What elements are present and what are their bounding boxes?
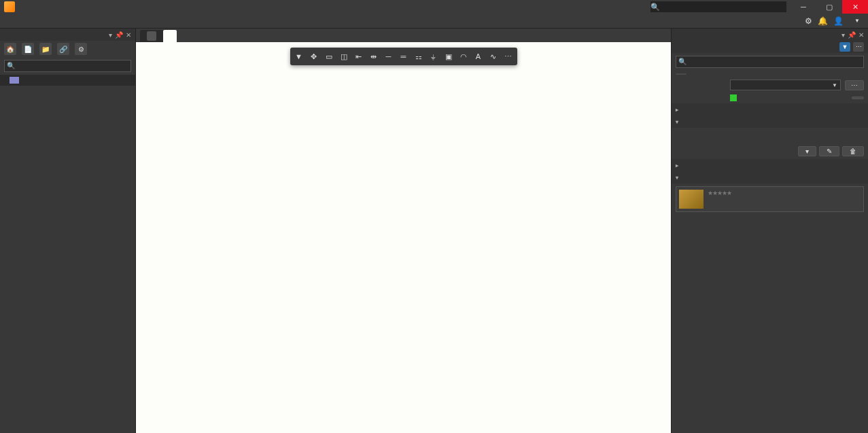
- properties-search-input[interactable]: [676, 56, 864, 68]
- home-tab[interactable]: [140, 30, 163, 42]
- document-tabs: [136, 29, 671, 42]
- user-dropdown-icon[interactable]: ▼: [854, 18, 860, 24]
- panel-close-icon[interactable]: ✕: [126, 31, 131, 39]
- select-lasso-icon[interactable]: ◫: [337, 50, 351, 63]
- panel-close-icon[interactable]: ✕: [858, 31, 864, 39]
- move-icon[interactable]: ✥: [307, 50, 321, 63]
- line-icon[interactable]: ∿: [487, 50, 500, 63]
- text-icon[interactable]: A: [472, 50, 485, 63]
- section-location[interactable]: [672, 103, 868, 116]
- schematic-svg: [136, 42, 671, 433]
- workspace-row[interactable]: [0, 75, 135, 86]
- wire-icon[interactable]: ─: [382, 50, 396, 63]
- tb-doc-icon[interactable]: 📄: [22, 43, 34, 55]
- maximize-button[interactable]: ▢: [816, 0, 842, 14]
- update-button[interactable]: [852, 97, 864, 99]
- edit-button[interactable]: ✎: [819, 146, 839, 156]
- general-tab[interactable]: [676, 73, 687, 75]
- menubar: ⚙ 🔔 👤 ▼: [0, 14, 868, 29]
- home-icon: [147, 31, 156, 41]
- projects-search-input[interactable]: [4, 60, 131, 72]
- close-button[interactable]: ✕: [842, 0, 868, 14]
- active-tab[interactable]: [163, 30, 177, 42]
- section-partchoices[interactable]: [672, 171, 868, 184]
- filter-more-icon[interactable]: ⋯: [853, 42, 864, 52]
- search-icon: 🔍: [7, 62, 15, 69]
- align-dist-icon[interactable]: ⇹: [367, 50, 381, 63]
- titlebar: 🔍 ─ ▢ ✕: [0, 0, 868, 14]
- select-rect-icon[interactable]: ▭: [322, 50, 336, 63]
- search-icon: 🔍: [650, 3, 660, 12]
- tb-settings-icon[interactable]: ⚙: [75, 43, 87, 55]
- user-icon[interactable]: 👤: [833, 16, 844, 26]
- minimize-button[interactable]: ─: [791, 0, 816, 14]
- panel-pin-icon[interactable]: 📌: [115, 31, 123, 39]
- notifications-icon[interactable]: 🔔: [818, 16, 828, 26]
- bus-icon[interactable]: ═: [397, 50, 411, 63]
- panel-menu-icon[interactable]: ▾: [109, 31, 112, 39]
- global-search-input[interactable]: [650, 1, 786, 12]
- project-tree[interactable]: [0, 86, 135, 433]
- projects-panel: ▾ 📌 ✕ 🏠 📄 📁 🔗 ⚙ 🔍: [0, 29, 136, 433]
- tb-folder-icon[interactable]: 📁: [39, 43, 52, 55]
- part-icon[interactable]: ▣: [442, 50, 455, 63]
- settings-icon[interactable]: ⚙: [805, 16, 812, 26]
- arc-icon[interactable]: ◠: [457, 50, 470, 63]
- section-parameters[interactable]: [672, 116, 868, 128]
- tb-home-icon[interactable]: 🏠: [4, 43, 16, 55]
- section-graphical[interactable]: [672, 159, 868, 171]
- schematic-canvas[interactable]: ▼ ✥ ▭ ◫ ⇤ ⇹ ─ ═ ⚏ ⏚ ▣ ◠ A ∿ ⋯: [136, 42, 671, 433]
- net-icon[interactable]: ⚏: [412, 50, 426, 63]
- more-icon[interactable]: ⋯: [502, 50, 515, 63]
- tb-connect-icon[interactable]: 🔗: [57, 43, 69, 55]
- delete-button[interactable]: 🗑: [842, 146, 864, 156]
- align-left-icon[interactable]: ⇤: [352, 50, 366, 63]
- released-icon: [730, 94, 737, 101]
- search-icon: 🔍: [678, 58, 687, 65]
- filter-funnel-icon[interactable]: ▼: [839, 42, 850, 52]
- part-thumb-icon: [679, 190, 704, 209]
- rating-stars-icon: ★★★★★: [708, 190, 731, 196]
- editor-area: ▼ ✥ ▭ ◫ ⇤ ⇹ ─ ═ ⚏ ⏚ ▣ ◠ A ∿ ⋯: [136, 29, 671, 433]
- properties-panel: ▾ 📌 ✕ ▼ ⋯ 🔍 ▼ ⋯: [671, 29, 868, 433]
- power-icon[interactable]: ⏚: [427, 50, 440, 63]
- part-choice-card: ★★★★★: [676, 186, 864, 212]
- source-more-button[interactable]: ⋯: [845, 80, 864, 90]
- filter-icon[interactable]: ▼: [292, 50, 306, 63]
- app-logo-icon: [4, 1, 15, 12]
- add-button[interactable]: ▾: [798, 146, 816, 156]
- source-field[interactable]: ▼: [730, 80, 841, 90]
- panel-menu-icon[interactable]: ▾: [841, 31, 845, 39]
- panel-pin-icon[interactable]: 📌: [848, 31, 856, 39]
- design-toolbar: ▼ ✥ ▭ ◫ ⇤ ⇹ ─ ═ ⚏ ⏚ ▣ ◠ A ∿ ⋯: [290, 48, 517, 65]
